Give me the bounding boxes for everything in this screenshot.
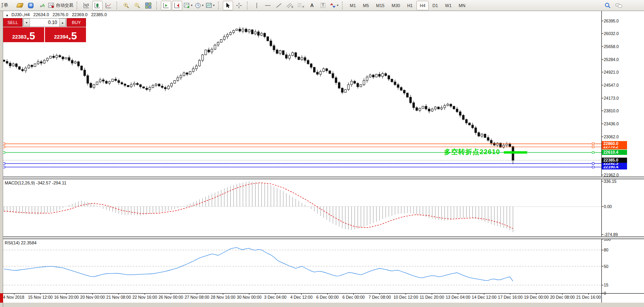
dropdown-icon: ▾ (337, 4, 338, 7)
tile-windows-button[interactable] (143, 1, 153, 10)
chart-shift-button[interactable] (172, 1, 182, 10)
buy-button[interactable]: BUY (67, 18, 86, 27)
low-value: 22369.0 (72, 12, 88, 17)
panel-divider[interactable] (3, 177, 644, 179)
price-tick-label: 24547.0 (604, 83, 619, 87)
price-tick-label: 24173.0 (604, 96, 619, 100)
vertical-line-button[interactable] (252, 1, 262, 10)
rsi-tick-label: 80 (604, 247, 609, 252)
indicators-icon (184, 2, 190, 9)
indicators-button[interactable]: ▾ (183, 1, 193, 10)
community-button[interactable] (26, 1, 36, 10)
autotrade-label: 自动交易 (56, 2, 73, 8)
price-tag: 22385.0 (602, 158, 627, 163)
tab-w1[interactable]: W1 (442, 1, 455, 10)
main-chart-panel[interactable] (3, 11, 644, 177)
cursor-button[interactable] (223, 1, 233, 10)
cursor-icon (225, 2, 231, 9)
price-tick-label: 23436.0 (604, 121, 619, 126)
periods-button[interactable]: ▾ (194, 1, 204, 10)
dropdown-icon: ▾ (191, 4, 192, 7)
fibonacci-button[interactable]: F (296, 1, 306, 10)
macd-panel[interactable] (3, 179, 644, 236)
templates-icon (206, 2, 212, 9)
zoom-in-button[interactable] (121, 1, 131, 10)
collapse-panel-icon[interactable]: ▲ (6, 13, 9, 17)
macd-label: MACD(12,26,9) -342.57 -294.11 (5, 180, 66, 185)
autotrade-button[interactable]: 自动交易 (48, 1, 74, 10)
horizontal-line-button[interactable] (263, 1, 273, 10)
toolbar-grip (247, 2, 250, 9)
price-axis-line (601, 11, 602, 303)
buy-price: 22394 (54, 33, 68, 41)
tab-m30[interactable]: M30 (388, 1, 403, 10)
trendline-button[interactable] (274, 1, 284, 10)
trend-annotation[interactable]: 多空转折点22610 (444, 147, 500, 156)
panel-divider[interactable] (3, 236, 644, 239)
rsi-panel[interactable] (3, 239, 644, 293)
sell-button[interactable]: SELL (3, 18, 22, 27)
bar-chart-icon (83, 2, 90, 9)
clock-icon (195, 2, 201, 9)
text-label-button[interactable]: T (318, 1, 328, 10)
volume-decrease-button[interactable]: ▼ (23, 19, 30, 26)
tile-windows-icon (145, 2, 151, 9)
crosshair-button[interactable] (234, 1, 244, 10)
price-tick-label: 23810.0 (604, 108, 619, 113)
tab-d1[interactable]: D1 (429, 1, 441, 10)
candlestick-chart-icon (94, 2, 101, 9)
search-button[interactable] (603, 1, 613, 10)
trendline-icon (276, 2, 282, 9)
time-tick-label: 21 Dec 16:00 (573, 295, 604, 300)
tab-mn[interactable]: MN (455, 1, 469, 10)
gutter-marker (0, 293, 3, 303)
channel-letter: E (291, 6, 293, 8)
new-order-label: 订单 (1, 2, 8, 9)
sell-price-box[interactable]: 22383.5 (3, 27, 44, 42)
toolbar-grip (218, 2, 221, 9)
chat-button[interactable] (614, 1, 624, 10)
arrows-icon (330, 2, 336, 9)
bottom-strip (0, 303, 644, 307)
equidistant-channel-button[interactable]: E (285, 1, 295, 10)
rsi-label: RSI(14) 22.3584 (5, 240, 37, 245)
price-tag: 22610.4 (602, 150, 627, 155)
toolbar: 订单 自动交易 (0, 0, 644, 11)
arrows-button[interactable]: ▾ (329, 1, 339, 10)
price-tick-label: 25284.0 (604, 57, 619, 62)
macd-tick-label: 0.00 (604, 204, 612, 209)
rsi-tick-label: 50 (604, 264, 609, 269)
new-order-button[interactable]: 订单 (1, 1, 14, 10)
chat-icon (615, 2, 622, 9)
tab-m5[interactable]: M5 (360, 1, 372, 10)
price-tick-label: 24921.0 (604, 70, 619, 74)
market-button[interactable] (15, 1, 25, 10)
symbol-label: DJ30-,H4 (11, 12, 30, 17)
community-icon (28, 3, 34, 8)
signals-button[interactable] (37, 1, 47, 10)
high-value: 22676.0 (52, 12, 68, 17)
text-button[interactable]: A (307, 1, 317, 10)
tab-m1[interactable]: M1 (347, 1, 359, 10)
auto-scroll-button[interactable] (161, 1, 171, 10)
zoom-out-icon (134, 2, 140, 9)
templates-button[interactable]: ▾ (205, 1, 215, 10)
bar-chart-button[interactable] (81, 1, 91, 10)
signals-icon (39, 2, 45, 9)
price-tick-label: 25658.0 (604, 44, 619, 49)
line-chart-button[interactable] (103, 1, 114, 10)
candlestick-chart-button[interactable] (92, 1, 103, 10)
volume-increase-button[interactable]: ▲ (59, 19, 66, 26)
dropdown-icon: ▾ (202, 4, 203, 7)
price-tick-label: 23062.0 (604, 134, 619, 139)
buy-price-box[interactable]: 22394.5 (45, 27, 86, 42)
tab-h1[interactable]: H1 (404, 1, 416, 10)
dropdown-icon: ▾ (213, 4, 215, 7)
tab-h4[interactable]: H4 (416, 1, 428, 10)
price-tick-label: 26395.0 (604, 19, 619, 23)
tab-m15[interactable]: M15 (373, 1, 388, 10)
horizontal-line-icon (265, 2, 271, 9)
zoom-out-button[interactable] (132, 1, 142, 10)
open-value: 22634.0 (34, 12, 49, 17)
volume-input[interactable] (30, 19, 59, 26)
